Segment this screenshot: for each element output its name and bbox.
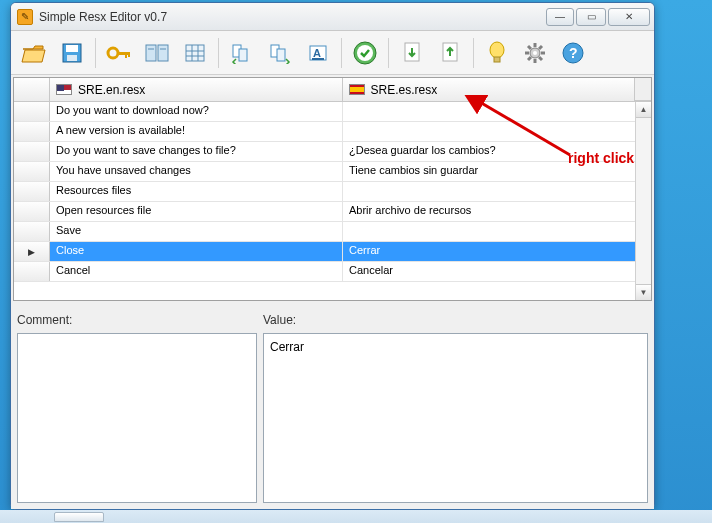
cell-en[interactable]: Resources files [50,182,343,201]
cell-es[interactable] [343,222,635,241]
key-icon [106,43,132,63]
import-icon [401,41,423,65]
comment-textbox[interactable] [17,333,257,503]
cell-en[interactable]: Open resources file [50,202,343,221]
toolbar-separator [218,38,219,68]
table-row[interactable]: Resources files [14,182,651,202]
table-row[interactable]: ▶CloseCerrar [14,242,651,262]
data-grid[interactable]: SRE.en.resx SRE.es.resx Do you want to d… [13,77,652,301]
settings-button[interactable] [518,36,552,70]
row-header[interactable] [14,162,50,181]
grid-body[interactable]: Do you want to download now?A new versio… [14,102,651,300]
table-row[interactable]: CancelCancelar [14,262,651,282]
help-icon: ? [561,41,585,65]
table-row[interactable]: Do you want to download now? [14,102,651,122]
grid-icon [183,42,207,64]
taskbar [0,510,712,523]
svg-rect-8 [158,45,168,61]
taskbar-item[interactable] [54,512,104,522]
table-row[interactable]: A new version is available! [14,122,651,142]
svg-point-38 [533,51,537,55]
save-button[interactable] [55,36,89,70]
open-button[interactable] [17,36,51,70]
row-header[interactable] [14,122,50,141]
cell-en[interactable]: Do you want to download now? [50,102,343,121]
cell-es[interactable]: Abrir archivo de recursos [343,202,635,221]
cell-es[interactable]: ¿Desea guardar los cambios? [343,142,635,161]
minimize-button[interactable]: — [546,8,574,26]
toolbar-separator [95,38,96,68]
cell-es[interactable] [343,182,635,201]
value-panel: Value: Cerrar [263,313,648,503]
cell-en[interactable]: You have unsaved changes [50,162,343,181]
cell-es[interactable] [343,102,635,121]
highlight-icon: A [306,42,330,64]
column-label-en: SRE.en.resx [78,83,145,97]
toolbar-separator [388,38,389,68]
column-label-es: SRE.es.resx [371,83,438,97]
maximize-button[interactable]: ▭ [576,8,606,26]
help-button[interactable]: ? [556,36,590,70]
value-textbox[interactable]: Cerrar [263,333,648,503]
copy-left-icon [230,42,254,64]
app-icon: ✎ [17,9,33,25]
row-header[interactable]: ▶ [14,242,50,261]
row-header[interactable] [14,182,50,201]
import-button[interactable] [395,36,429,70]
details-panel: Comment: Value: Cerrar [11,309,654,509]
open-icon [21,42,47,64]
grid-header: SRE.en.resx SRE.es.resx [14,78,651,102]
toolbar: A ? [11,31,654,75]
cell-en[interactable]: A new version is available! [50,122,343,141]
svg-rect-6 [128,52,130,57]
svg-rect-2 [67,55,77,61]
table-row[interactable]: Open resources fileAbrir archivo de recu… [14,202,651,222]
settings-icon [523,41,547,65]
svg-text:?: ? [569,45,578,61]
grid-corner[interactable] [14,78,50,101]
grid-button[interactable] [178,36,212,70]
copy-left-button[interactable] [225,36,259,70]
column-header-en[interactable]: SRE.en.resx [50,78,343,101]
window-title: Simple Resx Editor v0.7 [39,10,546,24]
row-header[interactable] [14,202,50,221]
titlebar[interactable]: ✎ Simple Resx Editor v0.7 — ▭ ✕ [11,3,654,31]
row-header[interactable] [14,222,50,241]
table-row[interactable]: You have unsaved changesTiene cambios si… [14,162,651,182]
copy-right-button[interactable] [263,36,297,70]
cell-es[interactable] [343,122,635,141]
comment-panel: Comment: [17,313,257,503]
svg-point-27 [490,42,504,58]
export-button[interactable] [433,36,467,70]
cell-es[interactable]: Tiene cambios sin guardar [343,162,635,181]
cell-en[interactable]: Do you want to save changes to file? [50,142,343,161]
svg-rect-28 [494,57,500,62]
scroll-down-button[interactable]: ▼ [636,284,651,300]
tip-icon [487,41,507,65]
cell-en[interactable]: Cancel [50,262,343,281]
cell-es[interactable]: Cerrar [343,242,635,261]
highlight-button[interactable]: A [301,36,335,70]
cell-es[interactable]: Cancelar [343,262,635,281]
svg-text:A: A [313,47,321,59]
table-row[interactable]: Save [14,222,651,242]
vertical-scrollbar[interactable]: ▲ ▼ [635,102,651,300]
table-row[interactable]: Do you want to save changes to file?¿Des… [14,142,651,162]
scroll-up-button[interactable]: ▲ [636,102,651,118]
svg-rect-19 [277,49,285,61]
svg-line-34 [528,46,531,49]
close-button[interactable]: ✕ [608,8,650,26]
column-header-es[interactable]: SRE.es.resx [343,78,636,101]
compare-button[interactable] [140,36,174,70]
row-header[interactable] [14,102,50,121]
ok-button[interactable] [348,36,382,70]
key-button[interactable] [102,36,136,70]
cell-en[interactable]: Save [50,222,343,241]
value-label: Value: [263,313,648,329]
comment-label: Comment: [17,313,257,329]
row-header[interactable] [14,262,50,281]
cell-en[interactable]: Close [50,242,343,261]
toolbar-separator [473,38,474,68]
tip-button[interactable] [480,36,514,70]
row-header[interactable] [14,142,50,161]
